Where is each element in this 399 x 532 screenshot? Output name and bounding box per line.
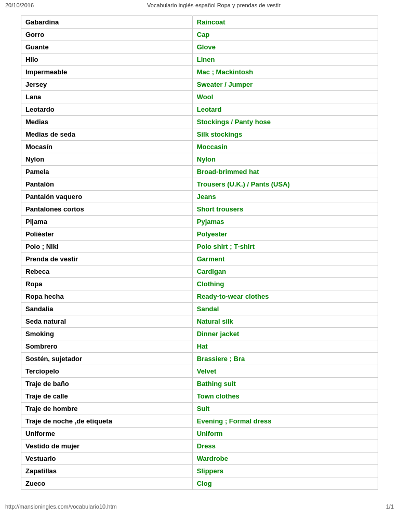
spanish-term: Guante: [21, 41, 193, 54]
english-term: Hat: [192, 340, 378, 353]
main-content: GabardinaRaincoatGorroCapGuanteGloveHilo…: [0, 10, 399, 495]
spanish-term: Traje de hombre: [21, 403, 193, 415]
english-term: Nylon: [192, 153, 378, 166]
table-row: ZapatillasSlippers: [21, 465, 378, 477]
table-row: VestuarioWardrobe: [21, 453, 378, 465]
table-row: Traje de noche ,de etiquetaEvening ; For…: [21, 415, 378, 428]
footer-url[interactable]: http://mansioningles.com/vocabulario10.h…: [5, 503, 117, 510]
spanish-term: Traje de calle: [21, 390, 193, 403]
spanish-term: Prenda de vestir: [21, 253, 193, 265]
english-term: Brassiere ; Bra: [192, 353, 378, 365]
spanish-term: Zueco: [21, 477, 193, 490]
table-row: MocasínMoccasin: [21, 141, 378, 153]
english-term: Glove: [192, 41, 378, 54]
spanish-term: Traje de noche ,de etiqueta: [21, 415, 193, 428]
spanish-term: Smoking: [21, 328, 193, 340]
table-row: ZuecoClog: [21, 477, 378, 490]
spanish-term: Pantalón: [21, 178, 193, 191]
table-row: SombreroHat: [21, 340, 378, 353]
english-term: Cardigan: [192, 265, 378, 278]
spanish-term: Jersey: [21, 78, 193, 91]
top-bar: 20/10/2016 Vocabulario inglés-español Ro…: [0, 0, 399, 10]
table-row: Vestido de mujerDress: [21, 440, 378, 453]
english-term: Moccasin: [192, 141, 378, 153]
english-term: Natural silk: [192, 315, 378, 328]
english-term: Short trousers: [192, 203, 378, 216]
spanish-term: Hilo: [21, 54, 193, 66]
english-term: Dinner jacket: [192, 328, 378, 340]
english-term: Garment: [192, 253, 378, 265]
table-row: MediasStockings / Panty hose: [21, 116, 378, 128]
spanish-term: Mocasín: [21, 141, 193, 153]
english-term: Wardrobe: [192, 453, 378, 465]
spanish-term: Gabardina: [21, 16, 193, 29]
vocabulary-table: GabardinaRaincoatGorroCapGuanteGloveHilo…: [21, 16, 378, 490]
english-term: Ready-to-wear clothes: [192, 290, 378, 303]
spanish-term: Leotardo: [21, 103, 193, 116]
spanish-term: Vestuario: [21, 453, 193, 465]
table-row: GorroCap: [21, 29, 378, 41]
table-row: Seda naturalNatural silk: [21, 315, 378, 328]
spanish-term: Pantalones cortos: [21, 203, 193, 216]
english-term: Polyester: [192, 228, 378, 241]
page-title: Vocabulario inglés-español Ropa y prenda…: [147, 2, 281, 8]
spanish-term: Uniforme: [21, 428, 193, 440]
table-row: LeotardoLeotard: [21, 103, 378, 116]
english-term: Dress: [192, 440, 378, 453]
table-row: JerseySweater / Jumper: [21, 78, 378, 91]
table-row: SandaliaSandal: [21, 303, 378, 315]
table-row: PijamaPyjamas: [21, 216, 378, 228]
spanish-term: Nylon: [21, 153, 193, 166]
table-row: PamelaBroad-brimmed hat: [21, 166, 378, 178]
table-row: Traje de calleTown clothes: [21, 390, 378, 403]
english-term: Sandal: [192, 303, 378, 315]
table-row: GabardinaRaincoat: [21, 16, 378, 29]
spanish-term: Lana: [21, 91, 193, 103]
spanish-term: Pantalón vaquero: [21, 191, 193, 203]
spanish-term: Medias de seda: [21, 128, 193, 141]
english-term: Evening ; Formal dress: [192, 415, 378, 428]
spanish-term: Sandalia: [21, 303, 193, 315]
english-term: Clothing: [192, 278, 378, 290]
spanish-term: Medias: [21, 116, 193, 128]
english-term: Slippers: [192, 465, 378, 477]
spanish-term: Gorro: [21, 29, 193, 41]
table-row: TerciopeloVelvet: [21, 365, 378, 378]
english-term: Polo shirt ; T-shirt: [192, 241, 378, 253]
table-row: GuanteGlove: [21, 41, 378, 54]
english-term: Uniform: [192, 428, 378, 440]
table-row: Sostén, sujetadorBrassiere ; Bra: [21, 353, 378, 365]
table-row: Traje de bañoBathing suit: [21, 378, 378, 390]
table-row: Polo ; NikiPolo shirt ; T-shirt: [21, 241, 378, 253]
table-row: NylonNylon: [21, 153, 378, 166]
table-row: HiloLinen: [21, 54, 378, 66]
table-row: RebecaCardigan: [21, 265, 378, 278]
english-term: Silk stockings: [192, 128, 378, 141]
spanish-term: Sostén, sujetador: [21, 353, 193, 365]
table-row: Medias de sedaSilk stockings: [21, 128, 378, 141]
spanish-term: Rebeca: [21, 265, 193, 278]
spanish-term: Poliéster: [21, 228, 193, 241]
footer-bar: http://mansioningles.com/vocabulario10.h…: [0, 500, 399, 513]
spanish-term: Terciopelo: [21, 365, 193, 378]
english-term: Sweater / Jumper: [192, 78, 378, 91]
english-term: Pyjamas: [192, 216, 378, 228]
english-term: Velvet: [192, 365, 378, 378]
english-term: Stockings / Panty hose: [192, 116, 378, 128]
footer-page: 1/1: [386, 503, 394, 510]
date-label: 20/10/2016: [5, 2, 34, 8]
english-term: Leotard: [192, 103, 378, 116]
spanish-term: Impermeable: [21, 66, 193, 78]
spanish-term: Pamela: [21, 166, 193, 178]
spanish-term: Pijama: [21, 216, 193, 228]
table-row: PantalónTrousers (U.K.) / Pants (USA): [21, 178, 378, 191]
english-term: Mac ; Mackintosh: [192, 66, 378, 78]
table-row: Prenda de vestirGarment: [21, 253, 378, 265]
table-row: ImpermeableMac ; Mackintosh: [21, 66, 378, 78]
spanish-term: Ropa: [21, 278, 193, 290]
spanish-term: Polo ; Niki: [21, 241, 193, 253]
spanish-term: Zapatillas: [21, 465, 193, 477]
spanish-term: Ropa hecha: [21, 290, 193, 303]
spanish-term: Traje de baño: [21, 378, 193, 390]
english-term: Raincoat: [192, 16, 378, 29]
